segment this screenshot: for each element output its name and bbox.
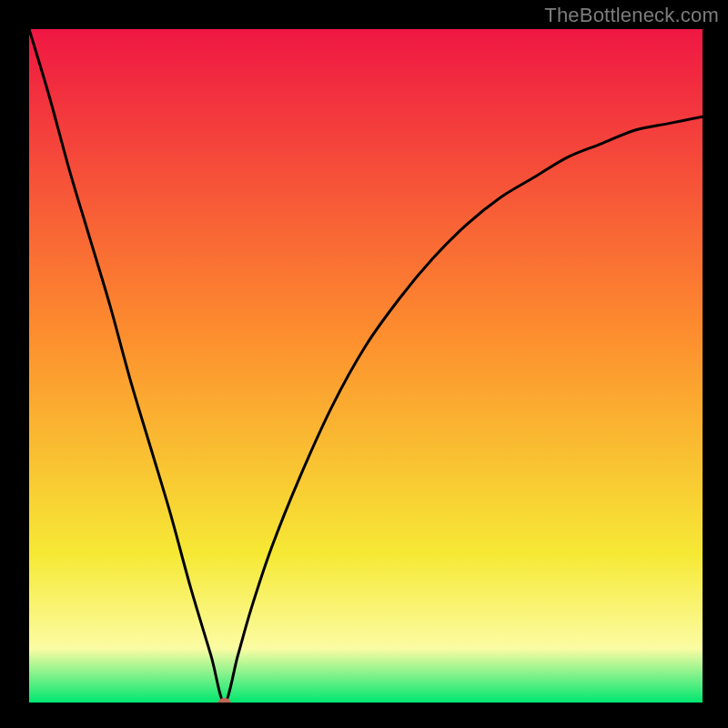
attribution-label: TheBottleneck.com [544,4,719,27]
chart-frame: TheBottleneck.com [0,0,728,728]
bottleneck-chart [29,29,703,703]
gradient-background [29,29,703,703]
